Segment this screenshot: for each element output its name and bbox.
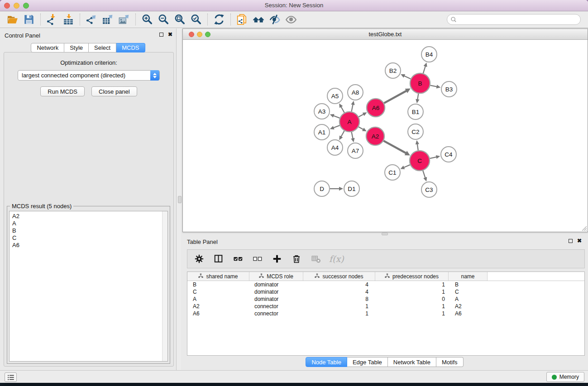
table-cell[interactable]: dominator bbox=[249, 295, 303, 303]
edge-A-A8[interactable] bbox=[352, 104, 353, 111]
function-builder-button[interactable]: f(x) bbox=[329, 254, 344, 264]
open-session-button[interactable] bbox=[5, 13, 21, 26]
new-network-from-selection-button[interactable] bbox=[234, 13, 250, 26]
table-cell[interactable]: dominator bbox=[249, 288, 303, 295]
close-panel-icon[interactable]: ✖ bbox=[577, 238, 582, 243]
tab-network-table[interactable]: Network Table bbox=[388, 357, 436, 367]
tab-style[interactable]: Style bbox=[64, 43, 89, 52]
zoom-window-button[interactable] bbox=[23, 3, 29, 9]
mcds-result-item[interactable]: A bbox=[12, 220, 165, 227]
import-table-button[interactable] bbox=[60, 13, 76, 26]
table-cell[interactable]: 1 bbox=[375, 281, 449, 288]
edge-A-A6[interactable] bbox=[359, 114, 363, 117]
table-cell[interactable]: A bbox=[449, 295, 488, 303]
zoom-selected-button[interactable] bbox=[188, 13, 204, 26]
table-cell[interactable]: A6 bbox=[449, 310, 488, 317]
import-network-button[interactable] bbox=[44, 13, 60, 26]
table-row[interactable]: A6connector11A6 bbox=[187, 310, 584, 317]
zoom-out-button[interactable] bbox=[155, 13, 172, 26]
search-field[interactable] bbox=[447, 14, 581, 25]
float-panel-icon[interactable] bbox=[569, 239, 573, 243]
column-header-predecessor-nodes[interactable]: predecessor nodes bbox=[375, 272, 449, 281]
table-cell[interactable]: 1 bbox=[303, 310, 375, 317]
edge-C-C4[interactable] bbox=[430, 157, 436, 158]
table-cell[interactable]: A2 bbox=[187, 303, 249, 310]
table-cell[interactable]: 4 bbox=[303, 281, 375, 288]
edge-A2-C[interactable] bbox=[383, 141, 406, 153]
table-cell[interactable]: dominator bbox=[249, 281, 303, 288]
export-network-button[interactable] bbox=[83, 13, 100, 26]
edge-A-A2[interactable] bbox=[359, 127, 363, 129]
minimize-network-button[interactable] bbox=[197, 32, 202, 37]
task-history-button[interactable] bbox=[5, 372, 17, 382]
table-cell[interactable]: connector bbox=[249, 310, 303, 317]
node-table[interactable]: shared nameMCDS rolesuccessor nodesprede… bbox=[187, 272, 585, 356]
run-mcds-button[interactable]: Run MCDS bbox=[40, 86, 85, 96]
split-view-button[interactable] bbox=[212, 252, 225, 266]
table-cell[interactable]: 4 bbox=[303, 288, 375, 295]
edge-A-A1[interactable] bbox=[333, 125, 339, 128]
column-header-name[interactable]: name bbox=[449, 272, 488, 281]
table-row[interactable]: Cdominator41C bbox=[187, 288, 584, 295]
tab-edge-table[interactable]: Edge Table bbox=[347, 357, 388, 367]
tab-motifs[interactable]: Motifs bbox=[436, 357, 464, 367]
hide-selected-button[interactable] bbox=[267, 13, 283, 26]
column-header-successor-nodes[interactable]: successor nodes bbox=[303, 272, 375, 281]
mcds-result-item[interactable]: C bbox=[12, 234, 165, 242]
edge-B-B4[interactable] bbox=[423, 66, 425, 73]
float-panel-icon[interactable] bbox=[159, 33, 163, 37]
table-row[interactable]: Bdominator41B bbox=[187, 281, 584, 288]
vertical-splitter-grip[interactable] bbox=[178, 196, 182, 203]
table-cell[interactable]: 0 bbox=[375, 295, 449, 303]
export-table-button[interactable] bbox=[100, 13, 116, 26]
edge-C-C2[interactable] bbox=[417, 144, 418, 150]
tab-network[interactable]: Network bbox=[31, 43, 64, 52]
zoom-in-button[interactable] bbox=[139, 13, 155, 26]
edge-A-A3[interactable] bbox=[333, 116, 339, 118]
edge-A-A5[interactable] bbox=[341, 107, 344, 113]
column-header-shared-name[interactable]: shared name bbox=[187, 272, 249, 281]
table-cell[interactable]: 1 bbox=[375, 303, 449, 310]
edge-B-B1[interactable] bbox=[417, 94, 418, 100]
edge-A6-B[interactable] bbox=[384, 91, 406, 103]
table-settings-button[interactable] bbox=[193, 252, 206, 266]
mcds-result-item[interactable]: B bbox=[12, 227, 165, 234]
export-image-button[interactable] bbox=[116, 13, 132, 26]
column-header-MCDS-role[interactable]: MCDS role bbox=[249, 272, 303, 281]
close-panel-icon[interactable]: ✖ bbox=[168, 32, 172, 37]
table-cell[interactable]: A bbox=[187, 295, 249, 303]
search-input[interactable] bbox=[459, 16, 577, 23]
save-session-button[interactable] bbox=[21, 13, 37, 26]
table-cell[interactable]: C bbox=[449, 288, 488, 295]
table-row[interactable]: A2connector11A2 bbox=[187, 303, 584, 310]
delete-columns-button[interactable] bbox=[290, 252, 303, 266]
close-panel-button[interactable]: Close panel bbox=[91, 86, 137, 96]
mcds-result-item[interactable]: A2 bbox=[12, 213, 165, 220]
edge-A-A4[interactable] bbox=[341, 131, 344, 137]
zoom-fit-button[interactable] bbox=[172, 13, 188, 26]
tab-node-table[interactable]: Node Table bbox=[306, 357, 347, 367]
network-canvas[interactable]: B4B2BB3A5A8A6A3AB1A1C2A4A7A2CC4C1C3DD1 bbox=[183, 40, 588, 232]
apply-layout-button[interactable] bbox=[211, 13, 227, 26]
table-row[interactable]: Adominator80A bbox=[187, 295, 584, 303]
delete-table-button[interactable] bbox=[310, 252, 322, 266]
first-neighbors-button[interactable] bbox=[250, 13, 267, 26]
table-cell[interactable]: B bbox=[187, 281, 249, 288]
tab-select[interactable]: Select bbox=[89, 43, 116, 52]
table-cell[interactable]: A2 bbox=[449, 303, 488, 310]
mcds-result-item[interactable]: A6 bbox=[12, 242, 165, 249]
table-cell[interactable]: C bbox=[187, 288, 249, 295]
table-cell[interactable]: 1 bbox=[303, 303, 375, 310]
scrollbar-track[interactable] bbox=[162, 211, 167, 361]
add-column-button[interactable] bbox=[271, 252, 283, 266]
edge-B-B2[interactable] bbox=[404, 76, 411, 79]
resize-grip-icon[interactable] bbox=[581, 225, 587, 231]
edge-C-C3[interactable] bbox=[423, 171, 425, 178]
close-window-button[interactable] bbox=[4, 3, 10, 9]
select-all-columns-button[interactable] bbox=[232, 252, 244, 266]
minimize-window-button[interactable] bbox=[14, 3, 19, 9]
edge-C-C1[interactable] bbox=[404, 165, 410, 167]
optimization-criterion-select[interactable]: largest connected component (directed) bbox=[18, 70, 160, 81]
memory-button[interactable]: Memory bbox=[546, 372, 584, 382]
show-all-button[interactable] bbox=[283, 13, 299, 26]
